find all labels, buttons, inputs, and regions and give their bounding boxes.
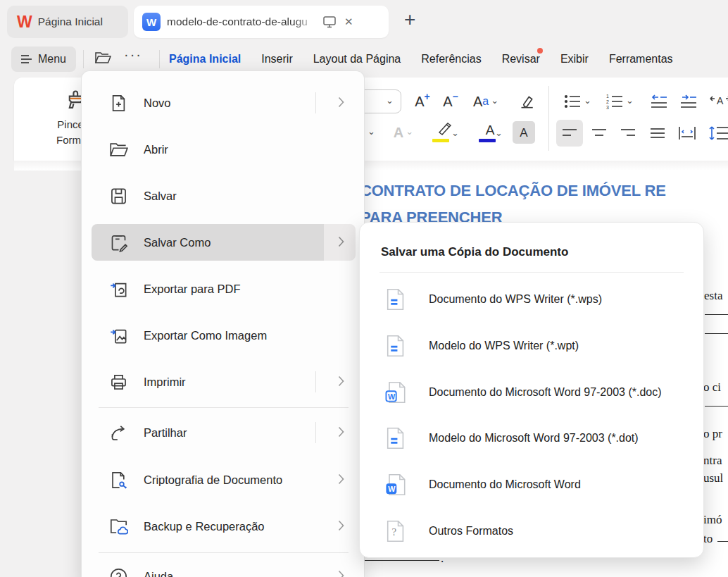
- align-left-icon: [561, 126, 578, 140]
- menu-item-exportar-imagem[interactable]: Exportar Como Imagem: [92, 317, 356, 354]
- menu-item-imprimir[interactable]: Imprimir: [92, 364, 356, 400]
- chevron-right-icon: [338, 520, 344, 534]
- document-tab[interactable]: W modelo-de-contrato-de-alugu ✕: [134, 6, 389, 38]
- chevron-down-icon: ⌄: [451, 128, 459, 137]
- justify-icon: [649, 126, 666, 140]
- eraser-icon: [517, 92, 535, 111]
- document-text-fragment: ntra: [703, 454, 722, 468]
- document-fill-line: [705, 314, 728, 315]
- tab-layout-da-pagina[interactable]: Layout da Página: [313, 53, 401, 66]
- decrease-indent-icon: [650, 93, 668, 110]
- line-spacing-icon: [708, 125, 728, 142]
- writer-document-icon: W: [142, 13, 161, 31]
- menu-item-criptografia[interactable]: Criptografia de Documento: [92, 461, 356, 498]
- svg-text:1: 1: [606, 94, 609, 99]
- distribute-text-button[interactable]: [674, 120, 701, 147]
- menu-item-partilhar[interactable]: Partilhar: [92, 414, 356, 451]
- close-tab-icon[interactable]: ✕: [344, 15, 353, 28]
- other-formats-icon: ?: [384, 520, 406, 542]
- menu-item-salvar[interactable]: Salvar: [92, 178, 356, 214]
- submenu-item-docx[interactable]: W Documento do Microsoft Word: [371, 466, 694, 504]
- document-tab-label: modelo-de-contrato-de-alugu: [167, 15, 316, 28]
- chevron-right-icon: [338, 376, 344, 390]
- justify-button[interactable]: [644, 120, 671, 147]
- align-right-button[interactable]: [615, 120, 641, 147]
- tab-inserir[interactable]: Inserir: [261, 53, 292, 66]
- increase-font-size-button[interactable]: A+: [410, 89, 435, 114]
- submenu-item-wps[interactable]: Documento do WPS Writer (*.wps): [371, 280, 694, 318]
- svg-text:W: W: [388, 392, 396, 401]
- align-left-button[interactable]: [556, 120, 583, 147]
- svg-text:W: W: [388, 485, 396, 493]
- word-97-2003-template-icon: [384, 427, 406, 449]
- menu-item-ajuda[interactable]: Ajuda: [92, 558, 356, 577]
- document-text-fragment: imó: [703, 513, 722, 527]
- tab-revisar[interactable]: Revisar: [502, 53, 540, 66]
- document-text-fragment: o pr: [703, 427, 722, 441]
- tab-referencias[interactable]: Referências: [421, 53, 481, 66]
- align-center-button[interactable]: [586, 120, 613, 147]
- wps-template-icon: [384, 335, 406, 357]
- main-menu-button[interactable]: Menu: [11, 46, 76, 72]
- home-tab[interactable]: W Página Inicial: [7, 6, 128, 38]
- menu-item-backup[interactable]: Backup e Recuperação: [92, 508, 356, 545]
- submenu-item-dot[interactable]: Modelo do Microsoft Word 97-2003 (*.dot): [371, 419, 694, 457]
- highlight-color-button[interactable]: ⌄: [427, 120, 463, 145]
- character-shading-button[interactable]: A: [513, 121, 535, 144]
- submenu-title: Salvar uma Cópia do Documento: [381, 245, 568, 259]
- submenu-separator: [379, 272, 684, 273]
- menu-item-novo[interactable]: Novo: [92, 85, 356, 121]
- svg-text:A: A: [717, 95, 724, 106]
- chevron-down-icon: ⌄: [584, 96, 591, 105]
- chevron-down-icon: ⌄: [386, 96, 394, 105]
- font-color-swatch: [479, 139, 496, 142]
- highlight-color-swatch: [432, 139, 449, 142]
- more-commands-icon[interactable]: ···: [124, 46, 142, 63]
- wps-document-icon: [384, 288, 406, 311]
- printer-icon: [108, 373, 128, 392]
- notification-dot: [537, 48, 543, 54]
- document-fill-line: [705, 333, 728, 334]
- svg-text:2: 2: [606, 99, 609, 104]
- decrease-font-size-button[interactable]: A−: [438, 89, 463, 114]
- chevron-down-icon: ⌄: [406, 127, 413, 136]
- document-text-fragment: usul: [703, 471, 723, 485]
- submenu-item-wpt[interactable]: Modelo do WPS Writer (*.wpt): [371, 327, 694, 365]
- decrease-indent-button[interactable]: [646, 89, 672, 114]
- increase-indent-button[interactable]: [675, 89, 702, 114]
- document-fill-line: [717, 541, 728, 542]
- submenu-item-doc[interactable]: W Documento do Microsoft Word 97-2003 (*…: [371, 373, 694, 411]
- menu-item-abrir[interactable]: Abrir: [92, 131, 356, 168]
- document-text-fragment: esta: [704, 289, 722, 303]
- tab-exibir[interactable]: Exibir: [560, 53, 589, 66]
- character-spacing-icon: A: [710, 93, 728, 110]
- tab-ferramentas[interactable]: Ferramentas: [609, 53, 673, 66]
- character-spacing-button[interactable]: A: [705, 89, 728, 114]
- open-folder-quick-icon[interactable]: [94, 50, 111, 68]
- new-tab-button[interactable]: +: [404, 10, 415, 30]
- clear-formatting-button[interactable]: [513, 89, 539, 114]
- change-case-button[interactable]: Aa⌄: [467, 89, 504, 114]
- text-effects-button[interactable]: A⌄: [386, 120, 421, 145]
- tab-pagina-inicial[interactable]: Página Inicial: [169, 53, 241, 66]
- document-fill-line: [363, 560, 439, 561]
- open-folder-icon: [108, 141, 128, 159]
- hamburger-icon: [21, 55, 32, 63]
- file-menu-panel: Novo Abrir Salvar: [81, 70, 365, 577]
- menu-item-exportar-pdf[interactable]: Exportar para PDF: [92, 271, 356, 307]
- align-center-icon: [591, 126, 608, 140]
- more-fonts-dropdown[interactable]: ⌄: [363, 120, 377, 145]
- word-document-icon: W: [384, 473, 406, 496]
- help-icon: [108, 567, 128, 577]
- font-color-button[interactable]: A ⌄: [472, 120, 508, 145]
- numbered-list-button[interactable]: 1 2 3 ⌄: [603, 89, 636, 114]
- menubar-divider: [159, 50, 160, 68]
- bullet-list-button[interactable]: ⌄: [561, 89, 594, 114]
- submenu-item-outros[interactable]: ? Outros Formatos: [371, 512, 694, 550]
- svg-text:?: ?: [391, 526, 396, 538]
- menu-item-salvar-como[interactable]: Salvar Como: [92, 224, 356, 261]
- word-97-2003-document-icon: W: [384, 381, 406, 404]
- line-spacing-button[interactable]: [703, 120, 728, 147]
- menu-button-label: Menu: [38, 53, 66, 66]
- bullet-list-icon: [563, 93, 582, 110]
